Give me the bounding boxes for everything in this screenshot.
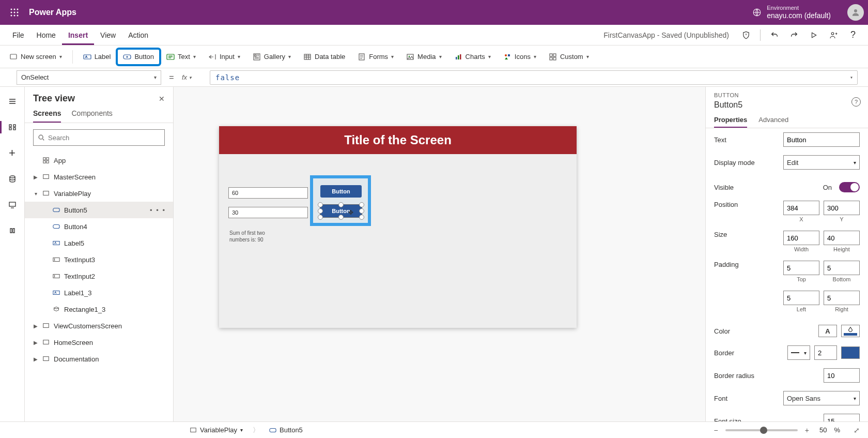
screen-canvas[interactable]: Title of the Screen 60 30 Sum of first t… — [219, 126, 577, 328]
fit-screen-icon[interactable]: ⤢ — [851, 426, 862, 434]
insert-custom-button[interactable]: Custom ▾ — [544, 50, 594, 64]
prop-size-height[interactable] — [824, 231, 860, 245]
zoom-slider[interactable] — [725, 429, 798, 431]
tree-view-icon[interactable] — [4, 119, 21, 135]
expand-icon[interactable]: ▶ — [32, 174, 39, 180]
tree-app-node[interactable]: App — [25, 152, 173, 169]
insert-icons-button[interactable]: Icons ▾ — [498, 50, 541, 64]
resize-handle[interactable] — [338, 215, 344, 220]
prop-position-y[interactable] — [824, 201, 860, 215]
canvas-area[interactable]: Title of the Screen 60 30 Sum of first t… — [174, 87, 705, 421]
expand-icon[interactable]: ▶ — [32, 356, 39, 362]
resize-handle[interactable] — [318, 215, 323, 220]
help-icon[interactable]: ? — [844, 27, 862, 43]
tree-control-textinput3[interactable]: TextInput3 — [25, 251, 173, 268]
tree-control-button4[interactable]: Button4 — [25, 218, 173, 235]
prop-padding-right[interactable] — [824, 291, 860, 305]
app-checker-icon[interactable] — [737, 27, 755, 43]
menu-action[interactable]: Action — [122, 25, 154, 45]
zoom-in-icon[interactable]: + — [803, 426, 811, 434]
prop-displaymode-select[interactable]: Edit▾ — [783, 155, 860, 170]
canvas-button4[interactable]: Button — [320, 185, 362, 198]
app-launcher-icon[interactable] — [4, 8, 25, 17]
expand-icon[interactable]: ▶ — [32, 340, 39, 345]
resize-handle[interactable] — [318, 202, 323, 207]
tools-icon[interactable] — [4, 222, 21, 239]
prop-text-input[interactable] — [783, 132, 860, 147]
more-icon[interactable]: • • • — [150, 206, 169, 214]
menu-view[interactable]: View — [94, 25, 122, 45]
prop-fill-color[interactable] — [841, 325, 860, 337]
insert-label-button[interactable]: Label — [78, 50, 116, 64]
prop-padding-top[interactable] — [783, 261, 819, 275]
close-icon[interactable]: ✕ — [159, 95, 165, 103]
formula-input[interactable]: false ▾ — [210, 70, 858, 85]
redo-icon[interactable] — [785, 27, 803, 43]
environment-picker[interactable]: Environment enayu.com (default) — [752, 5, 831, 20]
insert-pane-icon[interactable]: + — [4, 145, 21, 161]
canvas-textinput3[interactable]: 30 — [228, 207, 308, 218]
insert-input-button[interactable]: Input ▾ — [203, 50, 245, 64]
new-screen-button[interactable]: New screen ▾ — [4, 50, 67, 64]
share-icon[interactable] — [825, 27, 842, 43]
search-field[interactable] — [48, 134, 160, 142]
prop-font-color[interactable]: A — [818, 325, 837, 337]
tree-control-button5[interactable]: Button5 • • • — [25, 202, 173, 218]
insert-forms-button[interactable]: Forms ▾ — [352, 50, 399, 64]
prop-border-style[interactable]: ▾ — [787, 345, 810, 360]
tree-screen-viewcustomers[interactable]: ▶ ViewCustomersScreen — [25, 318, 173, 334]
menu-home[interactable]: Home — [30, 25, 62, 45]
resize-handle[interactable] — [318, 208, 323, 214]
collapse-icon[interactable]: ▾ — [32, 191, 39, 197]
zoom-out-icon[interactable]: − — [712, 426, 720, 434]
prop-visible-toggle[interactable] — [839, 182, 860, 192]
menu-file[interactable]: File — [6, 25, 30, 45]
resize-handle[interactable] — [359, 202, 364, 207]
insert-media-button[interactable]: Media ▾ — [401, 50, 446, 64]
canvas-textinput2[interactable]: 60 — [228, 187, 308, 199]
chevron-down-icon[interactable]: ▾ — [850, 74, 853, 80]
prop-border-radius[interactable] — [824, 368, 860, 383]
hamburger-icon[interactable] — [4, 93, 21, 110]
undo-icon[interactable] — [766, 27, 783, 43]
tab-screens[interactable]: Screens — [33, 109, 61, 123]
tree-screen-masterscreen[interactable]: ▶ MasterScreen — [25, 169, 173, 185]
tree-screen-homescreen[interactable]: ▶ HomeScreen — [25, 334, 173, 351]
property-selector[interactable]: OnSelect ▾ — [17, 70, 161, 85]
help-icon[interactable]: ? — [851, 97, 861, 107]
prop-border-color[interactable] — [841, 346, 860, 359]
prop-size-width[interactable] — [783, 231, 819, 245]
menu-insert[interactable]: Insert — [62, 25, 94, 45]
expand-icon[interactable]: ▶ — [32, 323, 39, 329]
search-input[interactable] — [33, 129, 165, 146]
tab-components[interactable]: Components — [71, 109, 112, 123]
prop-position-x[interactable] — [783, 201, 819, 215]
insert-charts-button[interactable]: Charts ▾ — [449, 50, 496, 64]
prop-padding-bottom[interactable] — [824, 261, 860, 275]
insert-gallery-button[interactable]: Gallery ▾ — [247, 50, 296, 64]
tab-properties[interactable]: Properties — [714, 113, 747, 128]
breadcrumb-control[interactable]: Button5 — [265, 425, 307, 435]
resize-handle[interactable] — [359, 208, 364, 214]
prop-padding-left[interactable] — [783, 291, 819, 305]
fx-button[interactable]: fx▾ — [182, 73, 205, 81]
resize-handle[interactable] — [359, 215, 364, 220]
insert-datatable-button[interactable]: Data table — [298, 50, 350, 64]
prop-fontsize-input[interactable] — [824, 414, 860, 421]
play-icon[interactable] — [805, 27, 823, 43]
tree-screen-variableplay[interactable]: ▾ VariablePlay — [25, 185, 173, 202]
tree-control-rectangle1_3[interactable]: Rectangle1_3 — [25, 301, 173, 318]
avatar[interactable] — [847, 4, 864, 21]
breadcrumb-screen[interactable]: VariablePlay ▾ — [185, 425, 247, 435]
prop-font-select[interactable]: Open Sans▾ — [783, 391, 860, 405]
insert-text-button[interactable]: Text ▾ — [161, 50, 201, 64]
resize-handle[interactable] — [338, 202, 344, 207]
tree-control-label5[interactable]: Label5 — [25, 235, 173, 251]
insert-button-button[interactable]: Button — [118, 50, 159, 64]
tree-control-textinput2[interactable]: TextInput2 — [25, 268, 173, 284]
media-pane-icon[interactable] — [4, 197, 21, 213]
data-icon[interactable] — [4, 171, 21, 187]
tab-advanced[interactable]: Advanced — [758, 113, 788, 128]
tree-control-label1_3[interactable]: Label1_3 — [25, 284, 173, 301]
tree-screen-documentation[interactable]: ▶ Documentation — [25, 351, 173, 367]
